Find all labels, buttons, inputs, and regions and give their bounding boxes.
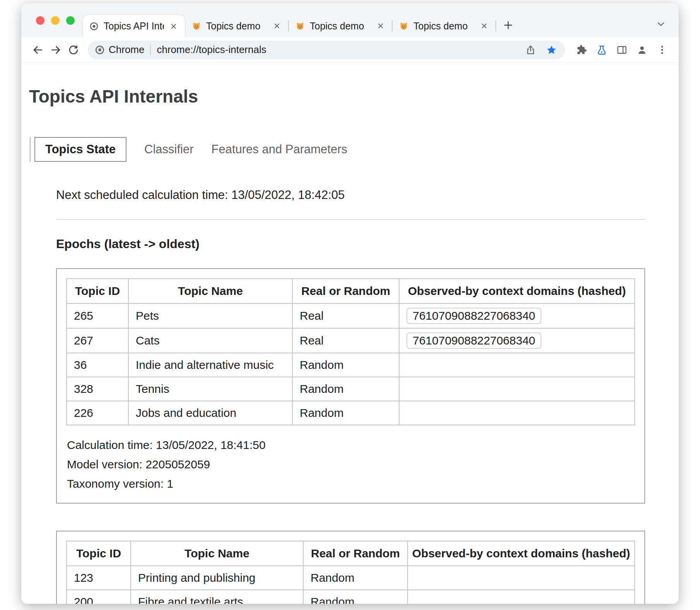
tab-close-icon[interactable] (376, 21, 386, 31)
page-tab-bar: Topics State Classifier Features and Par… (30, 137, 347, 162)
tab-close-icon[interactable] (272, 21, 282, 31)
hashed-domain-badge: 7610709088227068340 (406, 332, 541, 349)
cat-favicon-icon (399, 21, 409, 31)
tab-title: Topics demo (206, 21, 267, 32)
profile-avatar-icon[interactable] (633, 41, 651, 59)
tab-topics-state[interactable]: Topics State (34, 137, 126, 162)
table-row: 226 Jobs and education Random (67, 401, 635, 425)
topic-name-cell: Pets (128, 303, 292, 328)
section-divider (56, 219, 645, 220)
tab-search-chevron-button[interactable] (653, 16, 669, 32)
tab-close-icon[interactable] (479, 21, 489, 31)
new-tab-button[interactable] (499, 16, 517, 34)
topic-id-cell: 267 (67, 328, 128, 353)
address-divider (150, 45, 151, 55)
topic-id-cell: 265 (67, 303, 128, 328)
real-or-random-cell: Random (292, 401, 399, 425)
share-icon[interactable] (524, 43, 537, 57)
real-or-random-cell: Random (303, 566, 408, 590)
observed-by-cell (399, 377, 635, 401)
topic-name-cell: Fibre and textile arts (131, 590, 303, 604)
table-row: 267 Cats Real 7610709088227068340 (67, 328, 635, 353)
col-real-or-random: Real or Random (292, 279, 399, 303)
labs-flask-icon[interactable] (593, 41, 611, 59)
observed-by-cell (408, 590, 635, 604)
col-topic-name: Topic Name (128, 279, 292, 303)
minimize-window-button[interactable] (51, 16, 60, 25)
tab-strip: Topics API Internals Topics demo (21, 3, 679, 37)
epoch-table: Topic ID Topic Name Real or Random Obser… (66, 278, 635, 425)
chrome-favicon-icon (89, 21, 99, 31)
tab-classifier[interactable]: Classifier (144, 138, 193, 161)
table-row: 123 Printing and publishing Random (67, 566, 635, 590)
topic-id-cell: 328 (67, 377, 128, 401)
col-topic-name: Topic Name (131, 541, 303, 566)
table-header-row: Topic ID Topic Name Real or Random Obser… (67, 279, 635, 303)
col-observed-by: Observed-by context domains (hashed) (408, 541, 635, 566)
browser-tab-topics-demo-2[interactable]: Topics demo (289, 15, 392, 37)
extensions-puzzle-icon[interactable] (573, 41, 591, 59)
close-window-button[interactable] (36, 16, 44, 25)
table-row: 265 Pets Real 7610709088227068340 (67, 303, 635, 328)
address-brand-label: Chrome (109, 44, 144, 56)
topic-id-cell: 200 (67, 590, 131, 604)
browser-tab-topics-demo-3[interactable]: Topics demo (393, 15, 495, 37)
browser-toolbar: Chrome chrome://topics-internals (21, 37, 679, 63)
taxonomy-version: Taxonomy version: 1 (67, 474, 635, 493)
cat-favicon-icon (191, 21, 201, 31)
topic-name-cell: Printing and publishing (131, 566, 303, 590)
real-or-random-cell: Random (292, 353, 399, 377)
topic-id-cell: 226 (67, 401, 128, 425)
forward-button[interactable] (47, 41, 65, 59)
real-or-random-cell: Real (292, 328, 399, 353)
epoch-box-latest: Topic ID Topic Name Real or Random Obser… (56, 268, 645, 504)
zoom-window-button[interactable] (66, 16, 75, 25)
real-or-random-cell: Random (303, 590, 408, 604)
observed-by-cell: 7610709088227068340 (399, 328, 635, 353)
epoch-info: Calculation time: 13/05/2022, 18:41:50 M… (67, 435, 635, 493)
model-version: Model version: 2205052059 (67, 455, 635, 474)
bookmark-star-icon[interactable] (545, 43, 558, 57)
browser-tab-topics-internals[interactable]: Topics API Internals (82, 15, 185, 37)
topic-id-cell: 123 (67, 566, 131, 590)
address-url: chrome://topics-internals (157, 44, 266, 56)
col-topic-id: Topic ID (67, 279, 128, 303)
side-panel-icon[interactable] (613, 41, 631, 59)
tab-title: Topics demo (413, 21, 475, 32)
window-controls (36, 16, 75, 25)
overflow-menu-icon[interactable] (653, 41, 671, 59)
tab-list: Topics API Internals Topics demo (82, 15, 496, 37)
table-header-row: Topic ID Topic Name Real or Random Obser… (67, 541, 635, 566)
topic-name-cell: Indie and alternative music (128, 353, 292, 377)
page-title: Topics API Internals (29, 86, 679, 107)
table-row: 36 Indie and alternative music Random (67, 353, 635, 377)
table-row: 200 Fibre and textile arts Random (67, 590, 635, 604)
cat-favicon-icon (295, 21, 305, 31)
topic-name-cell: Tennis (128, 377, 292, 401)
real-or-random-cell: Real (292, 303, 399, 328)
topic-id-cell: 36 (67, 353, 128, 377)
topic-name-cell: Cats (128, 328, 292, 353)
site-chrome-icon (95, 45, 105, 55)
tab-title: Topics API Internals (104, 21, 164, 32)
observed-by-cell: 7610709088227068340 (399, 303, 635, 328)
col-observed-by: Observed-by context domains (hashed) (399, 279, 635, 303)
tab-separator (495, 21, 496, 31)
back-button[interactable] (29, 41, 47, 59)
table-row: 328 Tennis Random (67, 377, 635, 401)
page-content: Topics API Internals Topics State Classi… (21, 63, 679, 604)
col-real-or-random: Real or Random (303, 541, 408, 566)
hashed-domain-badge: 7610709088227068340 (406, 308, 541, 324)
topic-name-cell: Jobs and education (128, 401, 292, 425)
calculation-time: Calculation time: 13/05/2022, 18:41:50 (67, 435, 635, 455)
epoch-box-older: Topic ID Topic Name Real or Random Obser… (56, 531, 645, 604)
browser-tab-topics-demo-1[interactable]: Topics demo (185, 15, 288, 37)
tab-close-icon[interactable] (169, 21, 179, 31)
tab-features-and-parameters[interactable]: Features and Parameters (212, 138, 348, 161)
tab-title: Topics demo (310, 21, 371, 32)
epoch-table: Topic ID Topic Name Real or Random Obser… (66, 541, 635, 604)
reload-button[interactable] (65, 41, 82, 59)
observed-by-cell (399, 353, 635, 377)
address-bar[interactable]: Chrome chrome://topics-internals (88, 41, 565, 59)
observed-by-cell (408, 566, 635, 590)
